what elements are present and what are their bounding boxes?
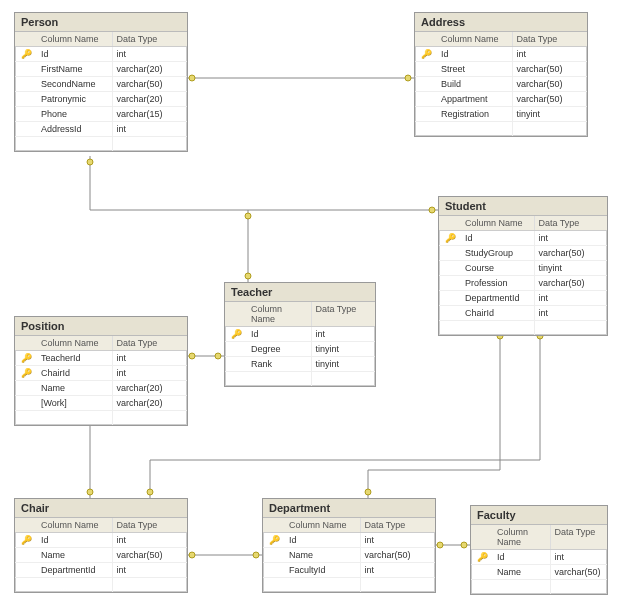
table-header: Column NameData Type: [15, 518, 187, 533]
table-row[interactable]: FacultyIdint: [263, 563, 435, 578]
pk-icon: [15, 62, 37, 76]
table-department[interactable]: DepartmentColumn NameData Type🔑IdintName…: [262, 498, 436, 593]
table-address[interactable]: AddressColumn NameData Type🔑IdintStreetv…: [414, 12, 588, 137]
header-data-type: Data Type: [551, 525, 608, 549]
table-row[interactable]: Professionvarchar(50): [439, 276, 607, 291]
table-row[interactable]: 🔑Idint: [15, 47, 187, 62]
header-column-name: Column Name: [437, 32, 513, 46]
table-teacher[interactable]: TeacherColumn NameData Type🔑IdintDegreet…: [224, 282, 376, 387]
header-data-type: Data Type: [113, 32, 188, 46]
header-column-name: Column Name: [493, 525, 551, 549]
table-header: Column NameData Type: [471, 525, 607, 550]
table-person[interactable]: PersonColumn NameData Type🔑IdintFirstNam…: [14, 12, 188, 152]
table-row[interactable]: 🔑TeacherIdint: [15, 351, 187, 366]
column-type: varchar(15): [113, 107, 188, 121]
column-type: int: [535, 291, 608, 305]
pk-icon: [15, 396, 37, 410]
table-row[interactable]: ChairIdint: [439, 306, 607, 321]
column-type: tinyint: [513, 107, 588, 121]
column-type: int: [551, 550, 608, 564]
column-name: Id: [247, 327, 312, 341]
table-row-empty: [439, 321, 607, 335]
table-row[interactable]: AddressIdint: [15, 122, 187, 137]
column-type: tinyint: [535, 261, 608, 275]
table-title: Department: [263, 499, 435, 518]
column-name: Patronymic: [37, 92, 113, 106]
column-type: int: [113, 122, 188, 136]
table-position[interactable]: PositionColumn NameData Type🔑TeacherIdin…: [14, 316, 188, 426]
table-row[interactable]: DepartmentIdint: [439, 291, 607, 306]
column-type: int: [535, 306, 608, 320]
table-row[interactable]: 🔑Idint: [15, 533, 187, 548]
table-chair[interactable]: ChairColumn NameData Type🔑IdintNamevarch…: [14, 498, 188, 593]
table-row-empty: [263, 578, 435, 592]
table-row[interactable]: Coursetinyint: [439, 261, 607, 276]
header-column-name: Column Name: [247, 302, 312, 326]
table-row[interactable]: Ranktinyint: [225, 357, 375, 372]
column-name: Appartment: [437, 92, 513, 106]
table-row[interactable]: StudyGroupvarchar(50): [439, 246, 607, 261]
table-faculty[interactable]: FacultyColumn NameData Type🔑IdintNamevar…: [470, 505, 608, 595]
column-type: varchar(50): [513, 92, 588, 106]
pk-icon: [15, 381, 37, 395]
pk-icon: [439, 261, 461, 275]
pk-icon: 🔑: [471, 550, 493, 564]
pk-icon: [15, 563, 37, 577]
column-name: FirstName: [37, 62, 113, 76]
svg-point-13: [189, 552, 195, 558]
table-row[interactable]: DepartmentIdint: [15, 563, 187, 578]
header-data-type: Data Type: [535, 216, 608, 230]
table-row[interactable]: SecondNamevarchar(50): [15, 77, 187, 92]
table-title: Teacher: [225, 283, 375, 302]
table-row[interactable]: 🔑ChairIdint: [15, 366, 187, 381]
table-row[interactable]: Namevarchar(50): [263, 548, 435, 563]
table-row[interactable]: [Work]varchar(20): [15, 396, 187, 411]
table-title: Student: [439, 197, 607, 216]
column-name: Rank: [247, 357, 312, 371]
table-title: Address: [415, 13, 587, 32]
pk-icon: [263, 563, 285, 577]
table-row[interactable]: Registrationtinyint: [415, 107, 587, 122]
table-row[interactable]: Patronymicvarchar(20): [15, 92, 187, 107]
table-row[interactable]: Namevarchar(20): [15, 381, 187, 396]
column-type: int: [113, 47, 188, 61]
table-row[interactable]: Namevarchar(50): [471, 565, 607, 580]
pk-icon: [415, 107, 437, 121]
table-row[interactable]: Degreetinyint: [225, 342, 375, 357]
column-name: Name: [37, 381, 113, 395]
header-column-name: Column Name: [285, 518, 361, 532]
column-type: varchar(20): [113, 381, 188, 395]
table-row[interactable]: 🔑Idint: [225, 327, 375, 342]
table-row-empty: [225, 372, 375, 386]
table-row[interactable]: Phonevarchar(15): [15, 107, 187, 122]
pk-icon: 🔑: [263, 533, 285, 547]
column-name: Name: [493, 565, 551, 579]
table-row-empty: [471, 580, 607, 594]
column-name: SecondName: [37, 77, 113, 91]
pk-icon: [225, 342, 247, 356]
table-row[interactable]: Streetvarchar(50): [415, 62, 587, 77]
table-row-empty: [15, 411, 187, 425]
pk-icon: [415, 77, 437, 91]
table-header: Column NameData Type: [225, 302, 375, 327]
table-row[interactable]: 🔑Idint: [439, 231, 607, 246]
table-row[interactable]: Appartmentvarchar(50): [415, 92, 587, 107]
svg-point-11: [87, 489, 93, 495]
column-type: int: [113, 533, 188, 547]
table-row[interactable]: FirstNamevarchar(20): [15, 62, 187, 77]
svg-point-16: [437, 542, 443, 548]
table-row[interactable]: Namevarchar(50): [15, 548, 187, 563]
table-student[interactable]: StudentColumn NameData Type🔑IdintStudyGr…: [438, 196, 608, 336]
column-type: varchar(50): [113, 77, 188, 91]
svg-point-4: [429, 207, 435, 213]
table-header: Column NameData Type: [263, 518, 435, 533]
svg-point-9: [215, 353, 221, 359]
column-type: tinyint: [312, 342, 376, 356]
column-name: Profession: [461, 276, 535, 290]
column-name: Name: [37, 548, 113, 562]
table-row[interactable]: 🔑Idint: [471, 550, 607, 565]
header-column-name: Column Name: [37, 32, 113, 46]
table-row[interactable]: Buildvarchar(50): [415, 77, 587, 92]
table-row[interactable]: 🔑Idint: [263, 533, 435, 548]
table-row[interactable]: 🔑Idint: [415, 47, 587, 62]
